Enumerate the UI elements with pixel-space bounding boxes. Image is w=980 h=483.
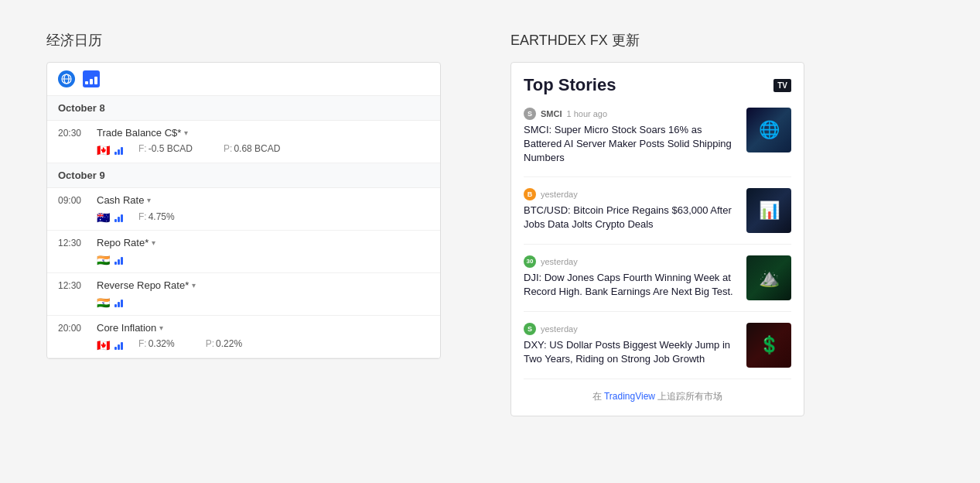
event-row-repo-rate: 12:30 Repo Rate* ▾ 🇮🇳 xyxy=(47,231,440,273)
source-icon-smci: S xyxy=(524,108,536,120)
event-name-trade-balance[interactable]: Trade Balance C$* ▾ xyxy=(97,127,188,139)
calendar-scroll[interactable]: October 8 20:30 Trade Balance C$* ▾ 🇨🇦 xyxy=(47,96,440,358)
event-detail-cash: 🇦🇺 F:4.75% xyxy=(58,208,429,224)
date-header-oct9: October 9 xyxy=(47,163,440,188)
right-section: EARTHDEX FX 更新 Top Stories TV S SMCI 1 h… xyxy=(510,31,835,416)
news-widget: Top Stories TV S SMCI 1 hour ago SMCI: S… xyxy=(510,62,804,416)
news-meta-dji: 30 yesterday xyxy=(524,255,737,268)
bar-chart-icon[interactable] xyxy=(83,70,100,87)
left-section: 经济日历 October 8 20:30 xyxy=(46,31,449,359)
news-item-btc[interactable]: B yesterday BTC/USD: Bitcoin Price Regai… xyxy=(524,188,791,245)
event-time-repo: 12:30 xyxy=(58,238,87,248)
forecast-value-inflation: F:0.32% xyxy=(138,338,175,349)
chevron-icon: ▾ xyxy=(192,281,196,289)
chevron-icon: ▾ xyxy=(184,128,188,137)
mini-bar xyxy=(114,213,123,222)
event-row-reverse-repo: 12:30 Reverse Repo Rate* ▾ 🇮🇳 xyxy=(47,273,440,316)
event-time: 20:30 xyxy=(58,128,87,139)
event-time-cash: 09:00 xyxy=(58,195,87,206)
chevron-icon: ▾ xyxy=(147,196,151,204)
thumb-inner-dji: ⛰️ xyxy=(746,255,791,300)
flag-in-rrepo: 🇮🇳 xyxy=(97,296,110,309)
news-headline-dji: DJI: Dow Jones Caps Fourth Winning Week … xyxy=(524,271,737,299)
source-icon-btc: B xyxy=(524,188,536,200)
news-time-btc: yesterday xyxy=(541,190,578,199)
flag-ca: 🇨🇦 xyxy=(97,144,110,156)
chevron-icon: ▾ xyxy=(152,238,155,247)
flag-in-repo: 🇮🇳 xyxy=(97,254,110,266)
event-name-repo-rate[interactable]: Repo Rate* ▾ xyxy=(97,237,155,248)
news-header: Top Stories TV xyxy=(524,75,791,95)
news-text-btc: B yesterday BTC/USD: Bitcoin Price Regai… xyxy=(524,188,737,231)
news-headline-smci: SMCI: Super Micro Stock Soars 16% as Bat… xyxy=(524,123,737,166)
calendar-header xyxy=(47,63,440,96)
event-detail-repo: 🇮🇳 xyxy=(58,251,429,266)
news-thumb-smci: 🌐 xyxy=(746,108,791,152)
event-row-core-inflation: 20:00 Core Inflation ▾ 🇨🇦 xyxy=(47,316,440,358)
news-time-smci: 1 hour ago xyxy=(567,109,608,118)
news-item-smci[interactable]: S SMCI 1 hour ago SMCI: Super Micro Stoc… xyxy=(524,108,791,177)
news-text-dji: 30 yesterday DJI: Dow Jones Caps Fourth … xyxy=(524,255,737,299)
thumb-inner-dxy: 💲 xyxy=(746,323,791,368)
mini-bar xyxy=(114,146,123,155)
mini-bar xyxy=(114,341,123,350)
flag-ca-inflation: 🇨🇦 xyxy=(97,339,110,351)
news-thumb-dji: ⛰️ xyxy=(746,255,791,300)
news-thumb-dxy: 💲 xyxy=(746,323,791,368)
forecast-value: F:-0.5 BCAD xyxy=(138,143,193,154)
event-detail-trade-balance: 🇨🇦 F:-0.5 BCAD P:0.68 BCAD xyxy=(58,141,429,156)
news-item-dji[interactable]: 30 yesterday DJI: Dow Jones Caps Fourth … xyxy=(524,255,791,312)
source-label-smci: SMCI xyxy=(541,109,562,118)
thumb-inner-btc: 📊 xyxy=(746,188,791,233)
event-time-rrepo: 12:30 xyxy=(58,280,87,291)
calendar-widget: October 8 20:30 Trade Balance C$* ▾ 🇨🇦 xyxy=(46,62,441,359)
news-time-dji: yesterday xyxy=(541,257,578,266)
event-name-core-inflation[interactable]: Core Inflation ▾ xyxy=(97,322,163,334)
tradingview-footer: 在 TradingView 上追踪所有市场 xyxy=(524,390,791,403)
news-text-dxy: S yesterday DXY: US Dollar Posts Biggest… xyxy=(524,323,737,366)
source-icon-dji: 30 xyxy=(524,255,536,268)
news-thumb-btc: 📊 xyxy=(746,188,791,233)
right-section-title: EARTHDEX FX 更新 xyxy=(510,31,835,50)
news-meta-dxy: S yesterday xyxy=(524,323,737,335)
event-name-reverse-repo[interactable]: Reverse Repo Rate* ▾ xyxy=(97,279,196,291)
previous-value: P:0.68 BCAD xyxy=(224,143,280,154)
flag-au: 🇦🇺 xyxy=(97,211,110,224)
mini-bar xyxy=(114,255,123,265)
date-header-oct8: October 8 xyxy=(47,96,440,121)
tv-logo: TV xyxy=(773,79,791,92)
event-row-trade-balance: 20:30 Trade Balance C$* ▾ 🇨🇦 xyxy=(47,121,440,163)
event-name-cash-rate[interactable]: Cash Rate ▾ xyxy=(97,194,151,206)
left-section-title: 经济日历 xyxy=(46,31,449,50)
news-meta-btc: B yesterday xyxy=(524,188,737,200)
forecast-value-cash: F:4.75% xyxy=(138,211,175,222)
news-headline-btc: BTC/USD: Bitcoin Price Regains $63,000 A… xyxy=(524,204,737,231)
previous-value-inflation: P:0.22% xyxy=(206,338,242,349)
event-detail-inflation: 🇨🇦 F:0.32% P:0.22% xyxy=(58,336,429,351)
source-icon-dxy: S xyxy=(524,323,536,335)
news-widget-heading: Top Stories xyxy=(524,75,616,95)
chevron-icon: ▾ xyxy=(159,324,163,332)
event-row-cash-rate: 09:00 Cash Rate ▾ 🇦🇺 xyxy=(47,188,440,231)
news-meta-smci: S SMCI 1 hour ago xyxy=(524,108,737,120)
news-time-dxy: yesterday xyxy=(541,324,578,334)
event-detail-rrepo: 🇮🇳 xyxy=(58,293,429,309)
event-time-inflation: 20:00 xyxy=(58,323,87,334)
news-text-smci: S SMCI 1 hour ago SMCI: Super Micro Stoc… xyxy=(524,108,737,166)
mini-bar xyxy=(114,298,123,307)
news-item-dxy[interactable]: S yesterday DXY: US Dollar Posts Biggest… xyxy=(524,323,791,379)
tradingview-link[interactable]: TradingView xyxy=(604,391,655,402)
globe-icon[interactable] xyxy=(58,70,75,87)
news-headline-dxy: DXY: US Dollar Posts Biggest Weekly Jump… xyxy=(524,338,737,366)
thumb-inner-smci: 🌐 xyxy=(746,108,791,152)
